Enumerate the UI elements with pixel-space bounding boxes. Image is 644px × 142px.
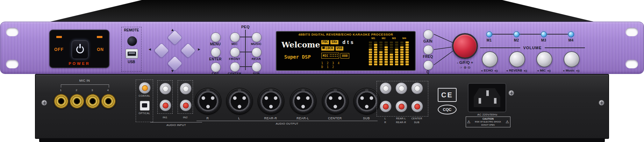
- mic-channel-row: 1 2 3 4: [321, 62, 341, 65]
- mic-knob-label: ◄ MIC ◄)): [530, 69, 557, 72]
- caution-title: CAUTION: [472, 118, 504, 120]
- speaker-min-icon: ◄: [506, 69, 508, 72]
- rca-out-l: [380, 82, 392, 94]
- vu-meters: [369, 42, 409, 65]
- menu-button-label: MENU: [205, 42, 226, 46]
- peq-sub-button[interactable]: [252, 62, 262, 72]
- peq-front-button[interactable]: [230, 47, 240, 57]
- mic-jack-4-label: 4: [105, 89, 112, 92]
- iec-pin-neutral: [494, 98, 497, 104]
- speaker-min-icon: ◄: [537, 69, 539, 72]
- coaxial-connector: [139, 82, 151, 94]
- rca-out-center: [411, 82, 423, 94]
- mic-jack-1: [53, 94, 69, 109]
- xlr-output-sub: [353, 88, 380, 114]
- usb-slot-icon: [128, 52, 136, 56]
- display-mode-text: Super DSP: [284, 54, 311, 60]
- fbc-badge: FBC: [321, 40, 329, 44]
- power-button[interactable]: [72, 40, 88, 59]
- audio-output-title: AUDIO OUTPUT: [196, 122, 378, 125]
- power-indicator-on: [97, 36, 102, 38]
- nav-left-icon: ◄: [148, 47, 152, 51]
- memory-m1-label: M1: [482, 38, 496, 42]
- hz-badge: 5Hz: [330, 40, 338, 44]
- rack-ear-hole: [625, 60, 638, 68]
- peq-rear-button[interactable]: [252, 47, 262, 57]
- memory-m2-label: M2: [509, 38, 523, 42]
- front-panel: OFF ON POWER REMOTE USB ▲ ▼ ◄ ►: [0, 22, 644, 74]
- power-icon: [76, 46, 84, 53]
- lock-icon: [322, 47, 325, 49]
- freq-button[interactable]: [423, 45, 433, 55]
- rca-sub-label: SUB: [408, 121, 425, 124]
- speaker-max-icon: ◄)): [523, 69, 527, 72]
- mic-volume-knob[interactable]: [536, 51, 552, 67]
- cqc-mark: CQC: [438, 105, 457, 114]
- peq-mic-button[interactable]: [230, 32, 240, 42]
- esc-button[interactable]: [211, 62, 221, 72]
- peq-rear-label: REAR: [247, 57, 265, 61]
- menu-column: MENU ENTER ESC: [205, 32, 226, 75]
- karaoke-processor-scene: OFF ON POWER REMOTE USB ▲ ▼ ◄ ►: [0, 0, 644, 142]
- memory-m4-label: M4: [564, 38, 578, 42]
- remote-module: REMOTE USB: [121, 27, 142, 72]
- rca-out-rear-l: [395, 82, 407, 94]
- peq-title: PEQ: [225, 25, 266, 29]
- echo-volume-knob[interactable]: [482, 51, 498, 67]
- echo-knob-label: ◄ ECHO ◄)): [475, 69, 503, 72]
- peq-mic-label: MIC: [226, 42, 244, 46]
- q-button[interactable]: [423, 60, 433, 70]
- caution-box: ⚠ CAUTION RISK OF ELECTRIC SHOCK DONOT O…: [466, 117, 510, 127]
- chassis-bottom-trim: [39, 139, 605, 142]
- enter-button[interactable]: [211, 47, 221, 57]
- display-header: 48BITS DIGITAL REVERB/ECHO KARAOKE PROCE…: [277, 33, 415, 36]
- lock-badge: LOCK: [321, 46, 334, 51]
- speaker-max-icon: ◄)): [575, 69, 580, 72]
- memory-led-m1: [486, 31, 492, 37]
- memory-led-m2: [514, 31, 520, 37]
- gfq-module: GAIN FREQ Q - G/F/Q + ☞ ⊕ ⊖: [418, 30, 481, 74]
- usb-port[interactable]: [126, 49, 138, 59]
- power-off-label: OFF: [54, 47, 64, 52]
- peq-module: PEQ MIC MUSIC FRONT REAR CENTER SUB: [225, 25, 266, 75]
- volume-title: VOLUME: [523, 46, 542, 50]
- peq-music-label: MUSIC: [247, 42, 265, 46]
- nav-down-button[interactable]: [167, 55, 183, 71]
- volume-title-row: VOLUME: [480, 46, 585, 50]
- lcd-display: 48BITS DIGITAL REVERB/ECHO KARAOKE PROCE…: [276, 31, 416, 71]
- rack-ear-hole: [6, 28, 19, 36]
- mic-jack-2-label: 2: [73, 89, 80, 92]
- xlr-output-r: [195, 88, 221, 114]
- music-knob-label: ◄ Music ◄)): [557, 69, 585, 72]
- mic-jack-2: [69, 94, 85, 109]
- mic-jack-3: [85, 94, 100, 109]
- mic-status-box: MIC: [321, 53, 339, 59]
- speaker-min-icon: ◄: [480, 69, 483, 72]
- gfq-knob-caption: - G/F/Q +: [448, 60, 482, 65]
- peq-center-button[interactable]: [230, 62, 240, 72]
- rca-rear-l-label: REAR-L: [392, 117, 410, 120]
- reverb-knob-label: ◄ REVERB ◄)): [503, 69, 530, 72]
- xlr-output-l: [226, 88, 253, 114]
- rca-out-rear-r: [395, 100, 407, 112]
- iec-pin-ground: [486, 90, 489, 96]
- reverb-volume-knob[interactable]: [509, 51, 525, 67]
- nav-left-button[interactable]: [153, 43, 169, 58]
- rca-r-label: R: [377, 121, 394, 124]
- nav-up-button[interactable]: [167, 30, 183, 45]
- q-label: Q: [418, 70, 437, 74]
- speaker-max-icon: ◄)): [546, 69, 551, 72]
- music-volume-knob[interactable]: [564, 51, 580, 67]
- audio-output-bracket: [196, 121, 378, 121]
- warning-icon: ⚠: [467, 120, 471, 124]
- nav-right-button[interactable]: [180, 43, 196, 58]
- caution-line-1: RISK OF ELECTRIC SHOCK: [475, 121, 501, 123]
- speaker-max-icon: ◄)): [494, 69, 498, 72]
- memory-led-m3: [541, 31, 547, 37]
- peq-music-button[interactable]: [252, 32, 262, 42]
- memory-led-m4: [568, 31, 574, 37]
- menu-button[interactable]: [211, 32, 221, 42]
- gfq-knob[interactable]: [452, 33, 478, 59]
- gain-button[interactable]: [423, 30, 433, 39]
- rca-out-sub: [411, 100, 423, 112]
